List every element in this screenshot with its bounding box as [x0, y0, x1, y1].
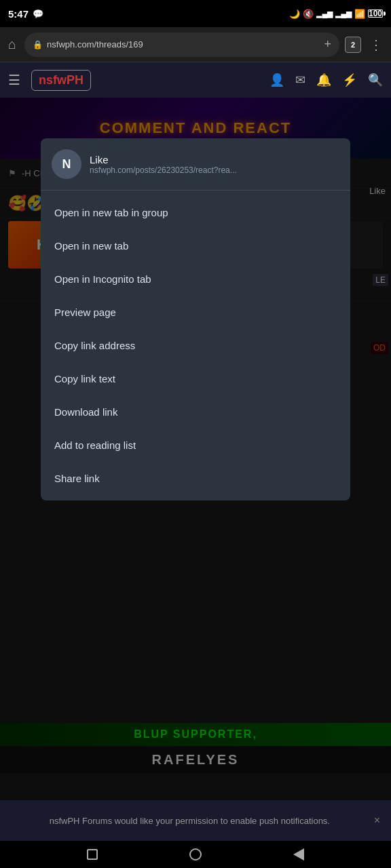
menu-item-add-reading-list[interactable]: Add to reading list — [41, 429, 350, 462]
wifi-icon: 📶 — [354, 9, 365, 19]
status-time: 5:47 — [8, 8, 29, 20]
notification-text: nsfwPH Forums would like your permission… — [11, 816, 369, 826]
battery-level: 100 — [369, 9, 382, 18]
status-bar: 5:47 💬 🌙 🔇 ▂▄▆ ▂▄▆ 📶 100 — [0, 0, 391, 27]
browser-chrome: ⌂ 🔒 nsfwph.com/threads/169 + 2 ⋮ — [0, 27, 391, 62]
menu-item-copy-link-text[interactable]: Copy link text — [41, 362, 350, 395]
notification-close-button[interactable]: × — [374, 814, 380, 827]
hamburger-menu-icon[interactable]: ☰ — [8, 72, 20, 88]
android-nav-bar — [0, 841, 391, 868]
mute-icon: 🔇 — [303, 9, 314, 19]
flash-icon[interactable]: ⚡ — [342, 73, 357, 87]
battery-indicator: 100 — [368, 9, 383, 18]
context-info: Like nsfwph.com/posts/26230253/react?rea… — [90, 154, 339, 175]
bell-icon[interactable]: 🔔 — [316, 73, 331, 87]
url-bar[interactable]: 🔒 nsfwph.com/threads/169 + — [24, 33, 339, 57]
site-nav: 👤 ✉ 🔔 ⚡ 🔍 — [102, 73, 383, 87]
mail-icon[interactable]: ✉ — [295, 73, 305, 87]
logo-text: nsfwPH — [39, 73, 83, 87]
search-icon[interactable]: 🔍 — [368, 73, 383, 87]
status-left: 5:47 💬 — [8, 8, 43, 20]
signal-icon-2: ▂▄▆ — [335, 9, 352, 18]
site-icon: 🔒 — [33, 40, 43, 50]
menu-item-download-link[interactable]: Download link — [41, 395, 350, 429]
tab-count-button[interactable]: 2 — [345, 37, 361, 53]
menu-item-preview-page[interactable]: Preview page — [41, 296, 350, 329]
context-avatar: N — [52, 149, 81, 179]
context-title: Like — [90, 154, 339, 165]
signal-icon: ▂▄▆ — [316, 9, 333, 18]
context-menu-header: N Like nsfwph.com/posts/26230253/react?r… — [41, 138, 350, 191]
add-tab-button[interactable]: + — [324, 37, 331, 52]
avatar-letter: N — [62, 157, 71, 172]
context-menu: N Like nsfwph.com/posts/26230253/react?r… — [41, 138, 350, 500]
browser-menu-button[interactable]: ⋮ — [367, 34, 386, 56]
context-menu-items: Open in new tab in groupOpen in new tabO… — [41, 191, 350, 500]
nav-home-button[interactable] — [189, 848, 202, 861]
url-text: nsfwph.com/threads/169 — [47, 39, 320, 50]
status-right: 🌙 🔇 ▂▄▆ ▂▄▆ 📶 100 — [289, 9, 383, 19]
menu-item-open-incognito[interactable]: Open in Incognito tab — [41, 262, 350, 296]
nav-back-button[interactable] — [293, 848, 304, 861]
site-header: ☰ nsfwPH 👤 ✉ 🔔 ⚡ 🔍 — [0, 62, 391, 98]
menu-item-open-new-tab[interactable]: Open in new tab — [41, 229, 350, 262]
moon-icon: 🌙 — [289, 9, 300, 19]
menu-item-share-link[interactable]: Share link — [41, 462, 350, 495]
context-url: nsfwph.com/posts/26230253/react?rea... — [90, 165, 339, 175]
avatar-icon[interactable]: 👤 — [269, 73, 284, 87]
page-area: COMMENT AND REACT ⚑ -H CL CL 🥰🤣 H Like L… — [0, 98, 391, 800]
home-button[interactable]: ⌂ — [5, 34, 19, 55]
notification-bar: nsfwPH Forums would like your permission… — [0, 800, 391, 841]
site-logo[interactable]: nsfwPH — [31, 70, 91, 91]
menu-item-open-new-tab-group[interactable]: Open in new tab in group — [41, 196, 350, 229]
nav-square-button[interactable] — [87, 849, 98, 860]
menu-item-copy-link-address[interactable]: Copy link address — [41, 329, 350, 362]
whatsapp-icon: 💬 — [33, 9, 43, 19]
